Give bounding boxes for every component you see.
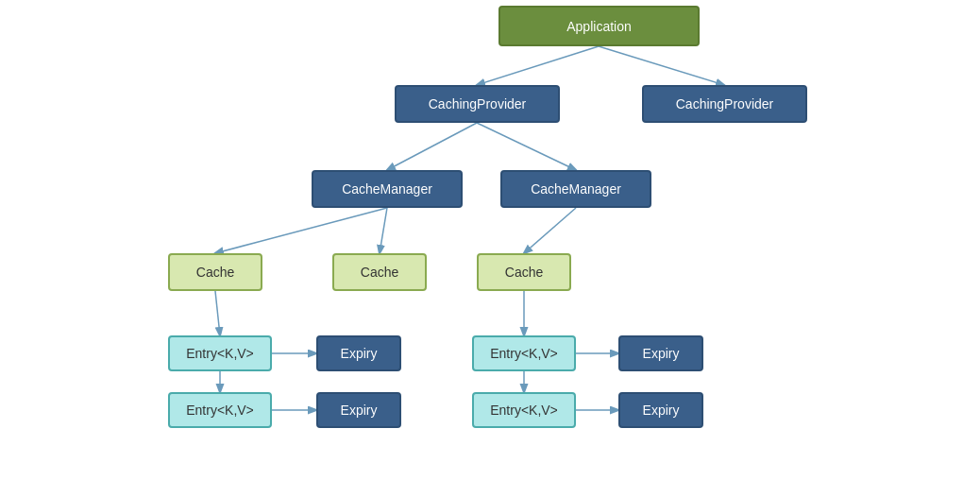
expiry-3-label: Expiry <box>643 346 680 361</box>
entry-4-label: Entry<K,V> <box>490 403 558 418</box>
diagram: Application CachingProvider CachingProvi… <box>0 0 980 480</box>
entry-1-label: Entry<K,V> <box>186 346 254 361</box>
svg-line-2 <box>387 123 477 170</box>
expiry-3-node: Expiry <box>618 335 703 371</box>
cache-1-label: Cache <box>196 265 234 280</box>
caching-provider-2-label: CachingProvider <box>676 96 774 111</box>
svg-line-3 <box>477 123 576 170</box>
cache-manager-1-node: CacheManager <box>312 170 463 208</box>
application-node: Application <box>498 6 700 46</box>
caching-provider-1-node: CachingProvider <box>395 85 560 123</box>
cache-2-node: Cache <box>332 253 427 291</box>
entry-4-node: Entry<K,V> <box>472 392 576 428</box>
cache-3-label: Cache <box>505 265 543 280</box>
svg-line-7 <box>215 291 220 335</box>
expiry-4-node: Expiry <box>618 392 703 428</box>
cache-2-label: Cache <box>361 265 398 280</box>
caching-provider-2-node: CachingProvider <box>642 85 807 123</box>
cache-manager-2-node: CacheManager <box>500 170 651 208</box>
expiry-1-label: Expiry <box>341 346 378 361</box>
entry-2-node: Entry<K,V> <box>168 392 272 428</box>
entry-3-label: Entry<K,V> <box>490 346 558 361</box>
expiry-2-node: Expiry <box>316 392 401 428</box>
cache-3-node: Cache <box>477 253 571 291</box>
caching-provider-1-label: CachingProvider <box>429 96 527 111</box>
expiry-4-label: Expiry <box>643 403 680 418</box>
svg-line-4 <box>215 208 387 253</box>
svg-line-1 <box>599 46 724 85</box>
svg-line-5 <box>380 208 387 253</box>
cache-1-node: Cache <box>168 253 262 291</box>
svg-line-6 <box>524 208 576 253</box>
expiry-2-label: Expiry <box>341 403 378 418</box>
application-label: Application <box>566 19 632 34</box>
cache-manager-2-label: CacheManager <box>531 181 621 197</box>
entry-2-label: Entry<K,V> <box>186 403 254 418</box>
entry-1-node: Entry<K,V> <box>168 335 272 371</box>
svg-line-0 <box>477 46 599 85</box>
entry-3-node: Entry<K,V> <box>472 335 576 371</box>
expiry-1-node: Expiry <box>316 335 401 371</box>
cache-manager-1-label: CacheManager <box>342 181 432 197</box>
